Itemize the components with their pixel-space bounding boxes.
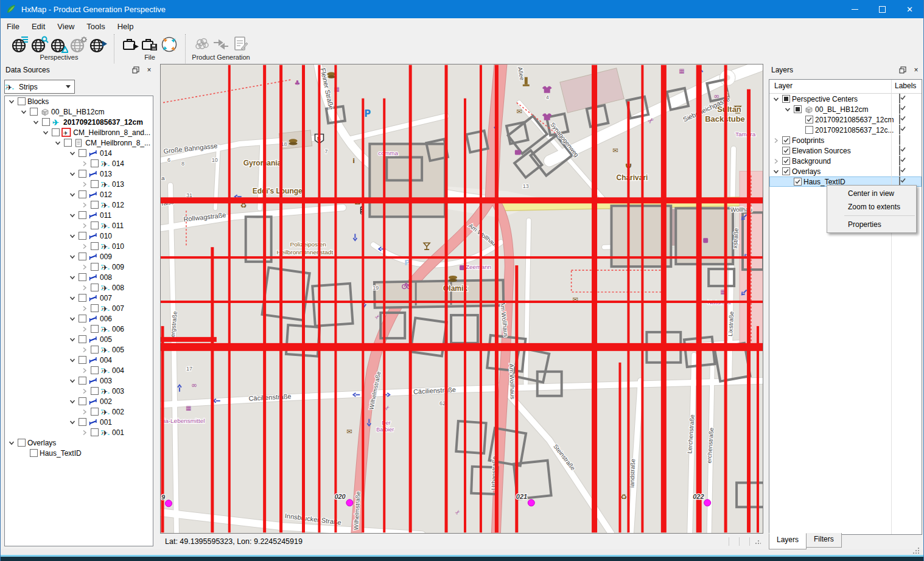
chevron-right-icon[interactable] <box>80 201 89 209</box>
checkbox[interactable] <box>782 167 790 175</box>
chevron-down-icon[interactable] <box>783 105 792 114</box>
context-menu-item-center-in-view[interactable]: Center in view <box>827 187 916 200</box>
checkbox[interactable] <box>79 397 86 405</box>
tree-row[interactable]: 006 <box>5 313 153 324</box>
tree-row[interactable]: ✈004 <box>5 365 153 375</box>
tree-row[interactable]: ✈006 <box>5 324 153 334</box>
chevron-down-icon[interactable] <box>68 397 77 406</box>
open-project-icon[interactable] <box>121 35 140 54</box>
chevron-down-icon[interactable] <box>68 170 77 178</box>
maximize-button[interactable] <box>869 0 896 18</box>
order-list-icon[interactable] <box>231 35 250 54</box>
checkbox[interactable] <box>79 335 86 343</box>
checkbox[interactable] <box>79 418 86 426</box>
checkbox[interactable] <box>805 116 813 124</box>
chevron-down-icon[interactable] <box>68 232 77 240</box>
chevron-right-icon[interactable] <box>80 366 89 375</box>
tree-row[interactable]: Blocks <box>5 96 153 106</box>
checkbox[interactable] <box>91 242 99 250</box>
tree-row[interactable]: ✈20170921085637_12cm <box>5 117 153 127</box>
perspective-gear-icon[interactable] <box>69 35 88 54</box>
checkbox[interactable] <box>91 180 99 188</box>
tree-row[interactable]: ✈011 <box>5 220 153 231</box>
layers-tree[interactable]: Layer Labels Perspective Centers00_BL_HB… <box>769 79 922 535</box>
tree-row[interactable]: 004 <box>5 355 153 365</box>
tree-row[interactable]: ✈003 <box>5 386 153 396</box>
checkbox[interactable] <box>91 159 99 167</box>
tree-row[interactable]: 013 <box>5 169 153 179</box>
checkbox[interactable] <box>91 263 99 271</box>
tree-row[interactable]: ✈010 <box>5 241 153 251</box>
checkbox[interactable] <box>794 105 802 113</box>
checkbox[interactable] <box>899 94 900 103</box>
source-type-dropdown[interactable]: ✈ Strips <box>4 80 75 94</box>
checkbox[interactable] <box>794 178 802 186</box>
chevron-right-icon[interactable] <box>80 263 89 271</box>
chevron-right-icon[interactable] <box>80 387 89 395</box>
chevron-right-icon[interactable] <box>80 428 89 437</box>
save-project-icon[interactable] <box>140 35 159 54</box>
checkbox[interactable] <box>899 125 900 134</box>
perspective-play-icon[interactable] <box>88 35 108 54</box>
checkbox[interactable] <box>18 97 26 105</box>
checkbox[interactable] <box>91 284 99 291</box>
chevron-right-icon[interactable] <box>80 408 89 416</box>
checkbox[interactable] <box>79 273 86 281</box>
layer-row-perspective-centers[interactable]: Perspective Centers <box>769 94 922 104</box>
resize-grip[interactable] <box>912 547 920 554</box>
context-menu-item-zoom-to-extents[interactable]: Zoom to extents <box>827 200 916 214</box>
tree-row[interactable]: ✈013 <box>5 179 153 189</box>
chevron-down-icon[interactable] <box>68 190 77 199</box>
tree-row[interactable]: 010 <box>5 231 153 241</box>
checkbox[interactable] <box>782 136 790 144</box>
tree-row[interactable]: 00_BL_HB12cm <box>5 106 153 117</box>
chevron-right-icon[interactable] <box>80 346 89 354</box>
chevron-down-icon[interactable] <box>41 128 50 137</box>
close-panel-icon[interactable]: × <box>911 65 921 75</box>
checkbox[interactable] <box>52 128 60 136</box>
tree-row[interactable]: ✈001 <box>5 427 153 437</box>
close-panel-icon[interactable]: × <box>144 65 154 75</box>
checkbox[interactable] <box>79 294 86 302</box>
tree-row[interactable]: 002 <box>5 396 153 406</box>
chevron-down-icon[interactable] <box>68 273 77 282</box>
layer-row-20170921085637-12cm[interactable]: 20170921085637_12cm <box>769 114 922 125</box>
menu-edit[interactable]: Edit <box>26 19 51 33</box>
tree-row[interactable]: ✈CM_Heilbronn_8_and... <box>5 127 153 138</box>
chevron-down-icon[interactable] <box>32 118 40 127</box>
checkbox[interactable] <box>79 149 86 157</box>
tree-row[interactable]: ✈008 <box>5 282 153 293</box>
chevron-down-icon[interactable] <box>68 253 77 261</box>
chevron-right-icon[interactable] <box>80 221 89 230</box>
tree-row[interactable]: 008 <box>5 272 153 282</box>
chevron-right-icon[interactable] <box>80 284 89 292</box>
checkbox[interactable] <box>30 449 38 457</box>
layer-row-00-bl-hb12cm[interactable]: 00_BL_HB12cm <box>769 104 922 114</box>
checkbox[interactable] <box>805 126 813 134</box>
tree-row[interactable]: ✈009 <box>5 262 153 272</box>
tree-row[interactable]: 014 <box>5 148 153 158</box>
chevron-down-icon[interactable] <box>68 418 77 427</box>
chevron-down-icon[interactable] <box>772 95 780 103</box>
import-arrows-icon[interactable] <box>211 35 231 54</box>
checkbox[interactable] <box>782 147 790 155</box>
tree-row[interactable]: 009 <box>5 251 153 262</box>
checkbox[interactable] <box>91 428 99 436</box>
rose-icon[interactable] <box>192 35 211 54</box>
chevron-down-icon[interactable] <box>68 315 77 323</box>
chevron-right-icon[interactable] <box>80 180 89 189</box>
minimize-button[interactable] <box>841 0 869 18</box>
tree-row[interactable]: 007 <box>5 293 153 303</box>
reset-view-icon[interactable] <box>159 35 179 54</box>
chevron-down-icon[interactable] <box>68 211 77 220</box>
checkbox[interactable] <box>79 190 86 198</box>
layer-row-footprints[interactable]: Footprints <box>769 135 922 145</box>
checkbox[interactable] <box>91 201 99 209</box>
data-sources-tree[interactable]: Blocks00_BL_HB12cm✈20170921085637_12cm✈C… <box>4 96 153 546</box>
chevron-down-icon[interactable] <box>68 294 77 302</box>
layer-row-20170921085637-12c-[interactable]: 20170921085637_12c... <box>769 125 922 135</box>
chevron-down-icon[interactable] <box>772 167 780 176</box>
tab-layers[interactable]: Layers <box>769 533 807 549</box>
tree-row[interactable]: CM_Heilbronn_8_... <box>5 138 153 148</box>
checkbox[interactable] <box>899 145 900 155</box>
